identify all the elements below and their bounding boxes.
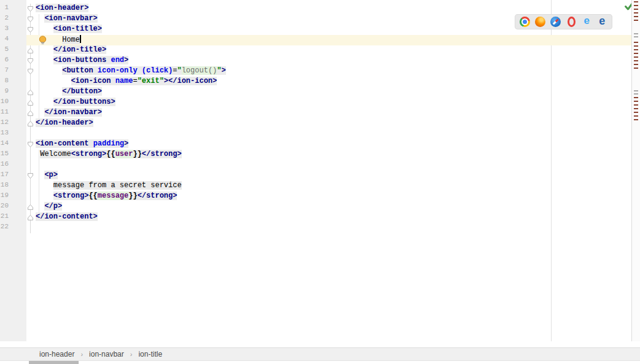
code-text[interactable]: </p>	[35, 202, 631, 212]
fold-collapse-icon[interactable]	[26, 171, 35, 181]
code-line[interactable]: 22	[0, 223, 631, 233]
opera-icon[interactable]	[566, 17, 577, 27]
fold-collapse-icon[interactable]	[26, 139, 35, 150]
code-line[interactable]: 13	[0, 129, 631, 139]
syntax-var: user	[115, 150, 133, 158]
ide-window: 1<ion-header>2 <ion-navbar>3 <ion-title>…	[0, 0, 640, 364]
code-text[interactable]	[35, 223, 631, 233]
code-line[interactable]: 17 <p>	[0, 171, 631, 181]
fold-collapse-icon[interactable]	[26, 25, 35, 35]
code-text[interactable]: Home	[35, 35, 631, 45]
code-text[interactable]: </button>	[35, 87, 631, 98]
fold-collapse-icon[interactable]	[26, 66, 35, 77]
safari-icon[interactable]	[550, 17, 561, 27]
fold-end-icon[interactable]	[26, 98, 35, 108]
code-text[interactable]: <strong>{{message}}</strong>	[35, 192, 631, 202]
code-tokens: <ion-header>	[36, 4, 88, 12]
code-text[interactable]: message from a secret service	[35, 181, 631, 192]
stripe-mark[interactable]	[634, 36, 638, 37]
code-line[interactable]: 8 <ion-icon name="exit"></ion-icon>	[0, 77, 631, 87]
code-line[interactable]: 21</ion-content>	[0, 212, 631, 223]
stripe-mark[interactable]	[634, 9, 638, 10]
stripe-mark[interactable]	[634, 115, 638, 117]
code-tokens: Welcome<strong>{{user}}</strong>	[40, 150, 181, 158]
code-line[interactable]: 19 <strong>{{message}}</strong>	[0, 192, 631, 202]
stripe-mark[interactable]	[634, 53, 638, 54]
stripe-mark[interactable]	[634, 5, 638, 6]
code-line[interactable]: 7 <button icon-only (click)="logout()">	[0, 66, 631, 77]
stripe-mark[interactable]	[634, 49, 638, 50]
code-tokens: </ion-navbar>	[44, 108, 102, 117]
code-line[interactable]: 15 Welcome<strong>{{user}}</strong>	[0, 150, 631, 160]
fold-end-icon[interactable]	[26, 108, 35, 118]
stripe-mark[interactable]	[634, 56, 638, 58]
code-text[interactable]: <ion-content padding>	[35, 139, 631, 150]
code-text[interactable]: <ion-icon name="exit"></ion-icon>	[35, 77, 631, 87]
breadcrumb-item-ion-navbar[interactable]: ion-navbar	[85, 350, 128, 358]
code-text[interactable]: <ion-header>	[35, 4, 631, 14]
code-text[interactable]: </ion-buttons>	[35, 98, 631, 108]
fold-end-icon[interactable]	[26, 212, 35, 223]
stripe-mark[interactable]	[634, 12, 638, 14]
stripe-mark[interactable]	[634, 101, 638, 102]
edge-icon[interactable]	[597, 17, 607, 27]
fold-end-icon[interactable]	[26, 118, 35, 129]
code-text[interactable]: <ion-buttons end>	[35, 56, 631, 66]
code-line[interactable]: 20 </p>	[0, 202, 631, 212]
fold-collapse-icon[interactable]	[26, 56, 35, 66]
stripe-mark[interactable]	[634, 60, 638, 61]
fold-end-icon[interactable]	[26, 202, 35, 212]
stripe-mark[interactable]	[634, 42, 638, 43]
stripe-mark[interactable]	[634, 97, 638, 98]
stripe-mark[interactable]	[634, 33, 638, 34]
stripe-mark[interactable]	[634, 108, 638, 109]
horizontal-scrollbar-thumb[interactable]	[29, 361, 79, 364]
code-text[interactable]	[35, 129, 631, 139]
code-text[interactable]: <p>	[35, 171, 631, 181]
stripe-mark[interactable]	[634, 90, 638, 91]
code-line[interactable]: 5 </ion-title>	[0, 45, 631, 56]
stripe-mark[interactable]	[634, 68, 638, 69]
code-line[interactable]: 16	[0, 160, 631, 171]
stripe-mark[interactable]	[634, 112, 638, 113]
fold-end-icon[interactable]	[26, 87, 35, 98]
stripe-mark[interactable]	[634, 64, 638, 65]
stripe-mark[interactable]	[634, 1, 638, 2]
horizontal-scrollbar[interactable]	[0, 361, 640, 364]
fold-collapse-icon[interactable]	[26, 4, 35, 14]
code-text[interactable]	[35, 160, 631, 171]
code-line[interactable]: 11 </ion-navbar>	[0, 108, 631, 118]
gutter-space	[9, 150, 26, 160]
fold-end-icon[interactable]	[26, 45, 35, 56]
code-line[interactable]: 6 <ion-buttons end>	[0, 56, 631, 66]
error-stripe[interactable]	[631, 0, 640, 347]
stripe-mark[interactable]	[634, 16, 638, 17]
stripe-mark[interactable]	[634, 104, 638, 106]
code-line[interactable]: 9 </button>	[0, 87, 631, 98]
stripe-mark[interactable]	[634, 119, 638, 120]
ie-icon[interactable]	[582, 17, 592, 27]
firefox-icon[interactable]	[535, 17, 545, 27]
breadcrumb-item-ion-title[interactable]: ion-title	[135, 350, 166, 358]
code-line[interactable]: 1<ion-header>	[0, 4, 631, 14]
line-number: 14	[0, 139, 9, 150]
code-editor[interactable]: 1<ion-header>2 <ion-navbar>3 <ion-title>…	[0, 0, 631, 341]
code-text[interactable]: Welcome<strong>{{user}}</strong>	[35, 150, 631, 160]
code-text[interactable]: </ion-header>	[35, 118, 631, 129]
stripe-mark[interactable]	[634, 20, 638, 21]
code-line[interactable]: 4 Home	[0, 35, 631, 45]
code-text[interactable]: <button icon-only (click)="logout()">	[35, 66, 631, 77]
fold-collapse-icon[interactable]	[26, 14, 35, 25]
stripe-mark[interactable]	[634, 93, 638, 95]
code-text[interactable]: </ion-title>	[35, 45, 631, 56]
code-text[interactable]: </ion-navbar>	[35, 108, 631, 118]
stripe-mark[interactable]	[634, 45, 638, 47]
syntax-brace: {{	[88, 192, 97, 200]
code-text[interactable]: </ion-content>	[35, 212, 631, 223]
breadcrumb-item-ion-header[interactable]: ion-header	[36, 350, 78, 358]
code-line[interactable]: 18 message from a secret service	[0, 181, 631, 192]
code-line[interactable]: 14<ion-content padding>	[0, 139, 631, 150]
chrome-icon[interactable]	[520, 17, 530, 27]
code-line[interactable]: 10 </ion-buttons>	[0, 98, 631, 108]
code-line[interactable]: 12</ion-header>	[0, 118, 631, 129]
